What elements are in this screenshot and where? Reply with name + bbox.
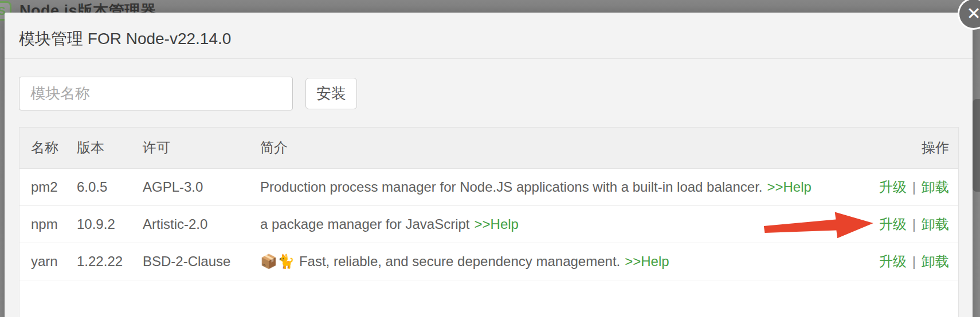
uninstall-link[interactable]: 卸载 [922,179,949,195]
install-button[interactable]: 安装 [305,78,357,109]
package-cat-emoji-icon: 📦🐈 [260,253,295,269]
column-header-license: 许可 [143,128,260,168]
module-license-cell: BSD-2-Clause [143,243,260,280]
action-separator: | [907,216,922,232]
help-link[interactable]: >>Help [767,179,812,195]
column-header-version: 版本 [77,128,143,168]
module-name-cell: npm [19,205,77,243]
module-version-cell: 1.22.22 [77,243,143,280]
module-name-cell: pm2 [19,168,77,205]
table-row-yarn: yarn 1.22.22 BSD-2-Clause 📦🐈Fast, reliab… [19,243,958,280]
close-icon: ✕ [966,4,980,23]
description-text: Production process manager for Node.JS a… [260,179,763,195]
module-name-input[interactable] [19,77,293,110]
upgrade-link[interactable]: 升级 [879,179,907,195]
title-divider [5,58,973,59]
column-header-actions: 操作 [821,128,958,168]
module-license-cell: AGPL-3.0 [143,168,260,205]
help-link[interactable]: >>Help [475,216,519,232]
uninstall-link[interactable]: 卸载 [922,253,949,269]
module-actions-cell: 升级|卸载 [821,168,958,205]
module-license-cell: Artistic-2.0 [143,205,260,243]
description-text: a package manager for JavaScript [260,216,470,232]
red-annotation-arrow-icon [763,209,876,244]
action-separator: | [907,253,922,269]
upgrade-link[interactable]: 升级 [879,253,907,269]
table-row-pm2: pm2 6.0.5 AGPL-3.0 Production process ma… [19,168,958,205]
upgrade-link[interactable]: 升级 [879,216,907,232]
column-header-name: 名称 [19,128,77,168]
module-version-cell: 10.9.2 [77,205,143,243]
module-description-cell: a package manager for JavaScript>>Help [260,205,821,243]
help-link[interactable]: >>Help [625,253,669,269]
module-version-cell: 6.0.5 [77,168,143,205]
module-manager-dialog: 模块管理 FOR Node-v22.14.0 安装 名称 版本 许可 简介 操作… [5,13,973,317]
module-actions-cell: 升级|卸载 [821,243,958,280]
description-text: Fast, reliable, and secure dependency ma… [299,253,620,269]
page-scrollbar-thumb[interactable] [973,99,980,192]
module-description-cell: Production process manager for Node.JS a… [260,168,821,205]
dialog-title: 模块管理 FOR Node-v22.14.0 [19,28,231,50]
table-header-row: 名称 版本 许可 简介 操作 [19,128,958,168]
module-description-cell: 📦🐈Fast, reliable, and secure dependency … [260,243,821,280]
action-separator: | [907,179,922,195]
screenshot-root: { "colors": { "link_green": "#44a144", "… [0,0,980,317]
module-name-cell: yarn [19,243,77,280]
uninstall-link[interactable]: 卸载 [922,216,949,232]
table-empty-space [19,280,958,312]
column-header-description: 简介 [260,128,821,168]
